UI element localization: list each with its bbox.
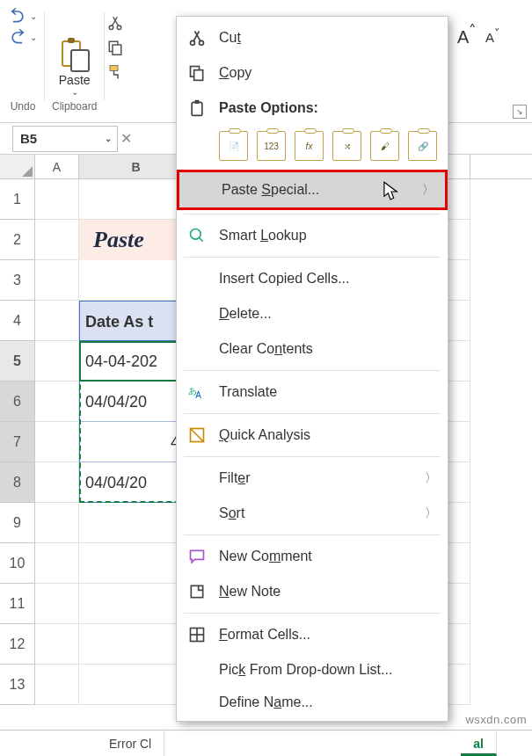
redo-dropdown-icon[interactable]: ⌄ xyxy=(30,33,37,42)
ctx-quick-analysis[interactable]: Quick Analysis xyxy=(177,418,448,453)
row-13[interactable]: 13 xyxy=(0,665,35,705)
row-5[interactable]: 5 xyxy=(0,341,35,382)
blank-icon xyxy=(187,339,207,359)
name-box-ref: B5 xyxy=(20,131,37,146)
ctx-translate[interactable]: あA Translate xyxy=(177,374,448,410)
svg-point-3 xyxy=(110,25,114,30)
col-A[interactable]: A xyxy=(35,155,79,178)
blank-icon xyxy=(187,504,207,523)
quick-analysis-icon xyxy=(187,425,207,445)
redo-icon[interactable] xyxy=(9,28,26,46)
blank-icon xyxy=(187,269,207,288)
undo-group-label: Undo xyxy=(11,100,36,113)
undo-icon[interactable] xyxy=(9,7,26,25)
ctx-insert-copied[interactable]: Insert Copied Cells... xyxy=(177,261,448,296)
table-cell[interactable]: 04/04/20 xyxy=(79,382,189,422)
ctx-pick-list[interactable]: Pick From Drop-down List... xyxy=(177,652,448,687)
svg-rect-7 xyxy=(110,66,118,71)
svg-text:A: A xyxy=(195,390,201,400)
clipboard-icon xyxy=(187,98,207,118)
row-8[interactable]: 8 xyxy=(0,462,35,503)
ctx-label: Translate xyxy=(219,384,437,400)
blank-icon xyxy=(187,469,207,488)
clipboard-launcher-icon[interactable]: ↘ xyxy=(513,105,527,119)
sheet-tab-prev[interactable]: Error Cl xyxy=(97,731,164,756)
svg-rect-18 xyxy=(191,585,202,597)
ctx-copy[interactable]: Copy xyxy=(177,55,448,91)
svg-rect-1 xyxy=(68,38,75,43)
paste-opt-all-icon[interactable]: 📄 xyxy=(219,131,248,161)
ctx-cut[interactable]: Cut xyxy=(177,20,448,55)
ctx-label: New Comment xyxy=(219,549,437,564)
table-cell[interactable]: 04-04-202 xyxy=(79,341,189,382)
clipboard-group: Paste ⌄ Clipboard xyxy=(47,7,102,113)
row-headers: 1 2 3 4 5 6 7 8 9 10 11 12 13 xyxy=(0,179,35,705)
svg-point-8 xyxy=(191,40,195,45)
copy-icon xyxy=(187,63,207,83)
ctx-define-name[interactable]: Define Name... xyxy=(177,687,448,717)
ctx-format-cells[interactable]: Format Cells... xyxy=(177,617,448,652)
paste-opt-formatting-icon[interactable]: 🖌 xyxy=(370,131,399,161)
table-header-cell[interactable]: Date As t xyxy=(79,301,189,341)
row-2[interactable]: 2 xyxy=(0,220,35,260)
context-menu: Cut Copy Paste Options: 📄 123 fx ⤭ 🖌 🔗 P… xyxy=(176,16,448,722)
increase-font-icon[interactable]: A˄ xyxy=(457,23,477,47)
paste-opt-link-icon[interactable]: 🔗 xyxy=(408,131,437,161)
ctx-filter[interactable]: Filter 〉 xyxy=(177,461,448,496)
ctx-new-comment[interactable]: New Comment xyxy=(177,539,448,574)
sheet-tab-active[interactable]: al xyxy=(461,731,497,756)
row-3[interactable]: 3 xyxy=(0,260,35,301)
clipboard-group-label: Clipboard xyxy=(52,100,97,113)
svg-point-14 xyxy=(191,229,201,240)
ctx-paste-special[interactable]: Paste Special... 〉 xyxy=(177,170,448,210)
svg-rect-6 xyxy=(113,45,121,55)
submenu-arrow-icon: 〉 xyxy=(425,505,437,521)
ctx-sort[interactable]: Sort 〉 xyxy=(177,496,448,531)
paste-button[interactable]: Paste ⌄ xyxy=(59,36,91,97)
ctx-label: Delete... xyxy=(219,306,437,322)
row-4[interactable]: 4 xyxy=(0,301,35,341)
svg-rect-11 xyxy=(194,70,203,81)
cut-ribbon-icon[interactable] xyxy=(106,14,124,32)
paste-dropdown-icon[interactable]: ⌄ xyxy=(71,87,78,97)
namebox-dropdown-icon[interactable]: ⌄ xyxy=(105,134,112,143)
select-all-button[interactable] xyxy=(0,155,35,178)
translate-icon: あA xyxy=(187,382,207,402)
ctx-label: Paste Special... xyxy=(222,182,410,198)
paste-icon xyxy=(59,36,91,73)
table-cell[interactable]: 44 xyxy=(79,422,189,462)
ctx-label: Quick Analysis xyxy=(219,427,437,443)
paste-opt-values-icon[interactable]: 123 xyxy=(257,131,286,161)
cursor-icon xyxy=(383,181,399,202)
sheet-tabs: Error Cl al xyxy=(0,730,532,756)
ctx-label: Insert Copied Cells... xyxy=(219,271,437,287)
copy-ribbon-icon[interactable] xyxy=(106,39,124,56)
decrease-font-icon[interactable]: A˅ xyxy=(485,26,500,45)
paste-opt-transpose-icon[interactable]: ⤭ xyxy=(332,131,361,161)
row-11[interactable]: 11 xyxy=(0,584,35,624)
ctx-new-note[interactable]: New Note xyxy=(177,574,448,609)
scissors-icon xyxy=(187,28,207,47)
paste-opt-formulas-icon[interactable]: fx xyxy=(295,131,324,161)
row-9[interactable]: 9 xyxy=(0,503,35,543)
ctx-label: Define Name... xyxy=(219,694,437,710)
ctx-label: Copy xyxy=(219,65,437,81)
format-painter-icon[interactable] xyxy=(106,63,124,81)
svg-rect-13 xyxy=(195,100,200,104)
ctx-smart-lookup[interactable]: Smart Lookup xyxy=(177,218,448,253)
ctx-delete[interactable]: Delete... xyxy=(177,296,448,331)
row-6[interactable]: 6 xyxy=(0,382,35,422)
table-cell[interactable]: 04/04/20 xyxy=(79,462,189,503)
undo-dropdown-icon[interactable]: ⌄ xyxy=(30,11,37,21)
ctx-label: Format Cells... xyxy=(219,627,437,643)
formula-cancel-icon[interactable]: ✕ xyxy=(118,126,134,152)
row-7[interactable]: 7 xyxy=(0,422,35,462)
ctx-label: New Note xyxy=(219,584,437,600)
row-12[interactable]: 12 xyxy=(0,624,35,665)
blank-icon xyxy=(187,304,207,323)
ctx-clear-contents[interactable]: Clear Contents xyxy=(177,331,448,367)
name-box[interactable]: B5 ⌄ xyxy=(12,126,118,152)
svg-rect-2 xyxy=(71,50,89,71)
row-1[interactable]: 1 xyxy=(0,179,35,220)
row-10[interactable]: 10 xyxy=(0,543,35,584)
